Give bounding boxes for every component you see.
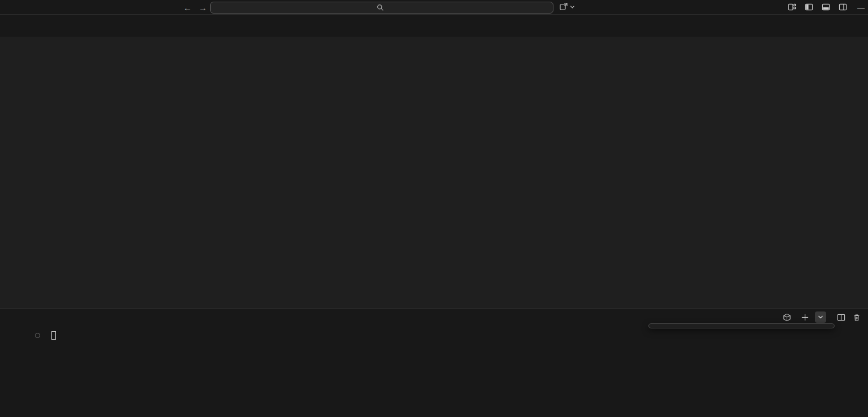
terminal-cursor (51, 331, 56, 340)
breadcrumb[interactable] (0, 37, 868, 49)
terminal-prompt-row (35, 331, 56, 340)
toggle-sidebar-right-icon[interactable] (838, 2, 848, 12)
chevron-down-icon (570, 5, 575, 10)
forward-arrow-icon[interactable]: → (197, 2, 208, 13)
command-decoration-icon[interactable] (35, 333, 40, 338)
toggle-panel-icon[interactable] (821, 2, 831, 12)
new-window-icon (559, 2, 568, 11)
chevron-down-icon (818, 314, 823, 320)
kill-terminal-button[interactable] (851, 311, 862, 323)
customize-layout-icon[interactable] (787, 2, 797, 12)
vscode-window: ← → — (0, 0, 868, 417)
back-arrow-icon[interactable]: ← (182, 2, 193, 13)
launch-profile-dropdown[interactable] (815, 311, 826, 323)
editor-tab-bar (0, 15, 868, 37)
new-window-button[interactable] (559, 2, 575, 11)
terminal-profile-menu (648, 323, 835, 328)
title-bar: ← → — (0, 0, 868, 15)
command-center[interactable] (210, 2, 553, 14)
toggle-sidebar-left-icon[interactable] (804, 2, 814, 12)
split-terminal-button[interactable] (835, 311, 847, 323)
more-actions-button[interactable] (14, 15, 20, 37)
terminal-viewport[interactable] (0, 326, 868, 417)
terminal-instance-label[interactable] (783, 313, 795, 322)
new-terminal-button[interactable] (799, 311, 810, 323)
search-icon (376, 3, 385, 12)
code-editor[interactable] (0, 49, 868, 308)
minimize-button[interactable]: — (854, 0, 868, 15)
terminal-profile-cube-icon (783, 313, 791, 322)
